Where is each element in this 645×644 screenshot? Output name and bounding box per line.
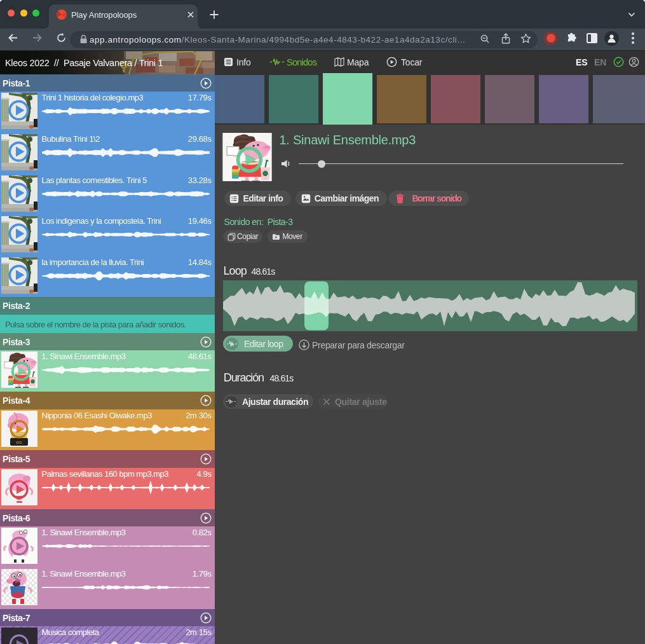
svg-text:GG: GG xyxy=(16,441,22,444)
